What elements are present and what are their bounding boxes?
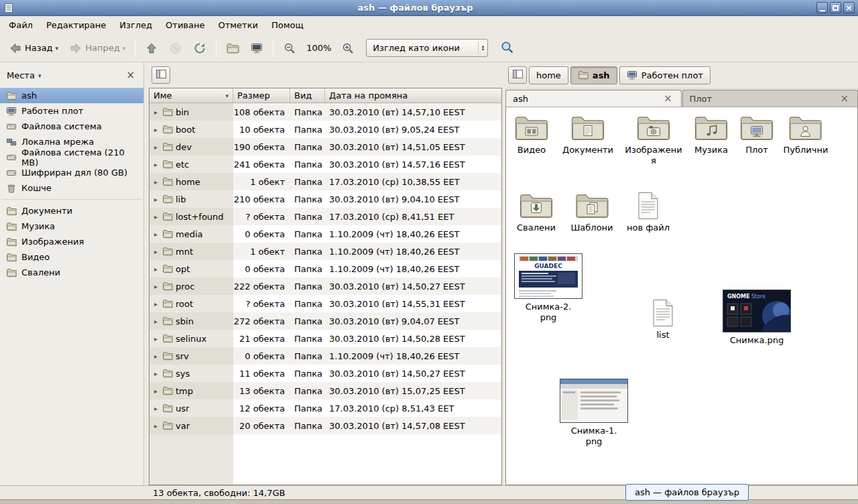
reload-button[interactable] bbox=[188, 38, 211, 58]
minimize-button[interactable] bbox=[816, 2, 828, 13]
tree-row[interactable]: ▸sys11 обектаПапка30.03.2010 (вт) 14,50,… bbox=[149, 365, 501, 382]
tree-pane-toggle-button[interactable] bbox=[151, 66, 170, 84]
zoom-out-button[interactable] bbox=[278, 38, 301, 58]
tree-row[interactable]: ▸root? обектаПапка30.03.2010 (вт) 14,55,… bbox=[149, 295, 501, 312]
sidebar-item-downloads[interactable]: Свалени bbox=[0, 265, 143, 280]
tab-close-icon[interactable]: × bbox=[838, 92, 851, 105]
expander-icon[interactable]: ▸ bbox=[152, 387, 160, 395]
sidebar-item-video[interactable]: Видео bbox=[0, 249, 143, 265]
path-button-desktop[interactable]: Работен плот bbox=[619, 66, 711, 84]
tree-row[interactable]: ▸sbin272 обектаПапка30.03.2010 (вт) 9,04… bbox=[149, 312, 501, 330]
forward-button[interactable]: Напред ▾ bbox=[64, 38, 130, 58]
menu-item-2[interactable]: Изглед bbox=[113, 17, 159, 33]
icon-view-item-snimka[interactable]: GNOMEStoreСнимка.png bbox=[720, 290, 794, 346]
icon-view-item-music[interactable]: Музика bbox=[694, 114, 729, 155]
tab-close-icon[interactable]: × bbox=[662, 92, 674, 105]
tree-row[interactable]: ▸opt0 обектаПапка1.10.2009 (чт) 18,40,26… bbox=[149, 260, 501, 277]
menu-item-3[interactable]: Отиване bbox=[159, 17, 211, 33]
tree-row[interactable]: ▸tmp13 обектаПапка30.03.2010 (вт) 15,07,… bbox=[149, 382, 501, 399]
icon-view-item-desktop[interactable]: Плот bbox=[739, 114, 774, 155]
maximize-button[interactable] bbox=[830, 2, 841, 13]
zoom-in-button[interactable] bbox=[336, 38, 359, 58]
up-button[interactable] bbox=[140, 38, 163, 58]
tree-row[interactable]: ▸bin108 обектаПапка30.03.2010 (вт) 14,57… bbox=[149, 103, 501, 121]
expander-icon[interactable]: ▸ bbox=[152, 178, 160, 186]
places-selector[interactable]: Места ▾ bbox=[7, 70, 41, 80]
tree-row[interactable]: ▸dev190 обектаПапка30.03.2010 (вт) 14,51… bbox=[149, 138, 501, 155]
search-button[interactable] bbox=[497, 38, 517, 59]
tree-row[interactable]: ▸usr12 обектаПапка17.03.2010 (ср) 8,51,4… bbox=[149, 399, 501, 417]
column-header-date[interactable]: Дата на промяна bbox=[325, 88, 501, 103]
path-button-ash[interactable]: ash bbox=[570, 66, 617, 84]
icon-view-item-snimka-1[interactable]: Снимка-1.png bbox=[560, 379, 628, 446]
expander-icon[interactable]: ▸ bbox=[152, 335, 160, 342]
tab-ash[interactable]: ash× bbox=[505, 90, 682, 107]
expander-icon[interactable]: ▸ bbox=[152, 422, 160, 430]
stop-button[interactable] bbox=[164, 38, 187, 58]
expander-icon[interactable]: ▸ bbox=[152, 109, 160, 116]
column-header-type[interactable]: Вид bbox=[290, 88, 325, 103]
expander-icon[interactable]: ▸ bbox=[152, 126, 160, 133]
icon-view-item-documents[interactable]: Документи bbox=[562, 114, 613, 155]
tree-row[interactable]: ▸lost+found? обектаПапка17.03.2010 (ср) … bbox=[149, 208, 501, 225]
tree-row[interactable]: ▸etc241 обектаПапка30.03.2010 (вт) 14,57… bbox=[149, 155, 501, 173]
pathbar-pane-button[interactable] bbox=[508, 66, 527, 84]
icon-view-item-public[interactable]: Публични bbox=[784, 114, 829, 155]
tree-row[interactable]: ▸selinux21 обектаПапка30.03.2010 (вт) 14… bbox=[149, 330, 501, 347]
menu-item-0[interactable]: Файл bbox=[2, 17, 40, 33]
expander-icon[interactable]: ▸ bbox=[152, 161, 160, 168]
tree-row[interactable]: ▸boot10 обектаПапка30.03.2010 (вт) 9,05,… bbox=[149, 121, 501, 138]
column-header-name[interactable]: Име▾ bbox=[149, 88, 233, 103]
sidebar-item-pictures[interactable]: Изображения bbox=[0, 234, 143, 249]
tab-plot[interactable]: Плот× bbox=[682, 90, 858, 107]
icon-view-item-snimka-2[interactable]: GUADECСнимка-2.png bbox=[514, 253, 583, 322]
icon-view-area[interactable]: ВидеоДокументиИзображенияМузикаПлотПубли… bbox=[505, 107, 858, 485]
expander-icon[interactable]: ▸ bbox=[152, 265, 160, 273]
icon-view-item-pictures[interactable]: Изображения bbox=[625, 114, 682, 166]
tree-row[interactable]: ▸srv0 обектаПапка1.10.2009 (чт) 18,40,26… bbox=[149, 347, 501, 365]
home-button[interactable] bbox=[221, 38, 244, 58]
view-mode-select[interactable]: Изглед като икони ▴▾ bbox=[366, 39, 488, 57]
taskbar-window-button[interactable]: ash — файлов браузър bbox=[625, 484, 749, 501]
expander-icon[interactable]: ▸ bbox=[152, 300, 160, 308]
expander-icon[interactable]: ▸ bbox=[152, 213, 160, 220]
expander-icon[interactable]: ▸ bbox=[152, 405, 160, 412]
tree-row[interactable]: ▸proc222 обектаПапка30.03.2010 (вт) 14,5… bbox=[149, 277, 501, 295]
sidebar-item-desktop[interactable]: Работен плот bbox=[0, 103, 143, 119]
path-button-home[interactable]: home bbox=[529, 66, 568, 84]
expander-icon[interactable]: ▸ bbox=[152, 283, 160, 290]
menu-item-1[interactable]: Редактиране bbox=[40, 17, 113, 33]
sidebar-close-icon[interactable]: × bbox=[123, 68, 138, 82]
sidebar-item-ash[interactable]: ash bbox=[0, 88, 143, 103]
tree-row[interactable]: ▸media0 обектаПапка1.10.2009 (чт) 18,40,… bbox=[149, 225, 501, 243]
menu-item-5[interactable]: Помощ bbox=[265, 17, 310, 33]
back-button[interactable]: Назад ▾ bbox=[4, 38, 63, 58]
close-button[interactable]: × bbox=[843, 2, 855, 13]
sidebar-item-filesystem[interactable]: Файлова система bbox=[0, 119, 143, 134]
column-header-size[interactable]: Размер bbox=[233, 88, 290, 103]
expander-icon[interactable]: ▸ bbox=[152, 231, 160, 238]
menu-item-4[interactable]: Отметки bbox=[211, 17, 264, 33]
expander-icon[interactable]: ▸ bbox=[152, 248, 160, 255]
tree-row[interactable]: ▸lib210 обектаПапка30.03.2010 (вт) 9,04,… bbox=[149, 190, 501, 208]
sidebar-item-music[interactable]: Музика bbox=[0, 218, 143, 234]
expander-icon[interactable]: ▸ bbox=[152, 143, 160, 151]
icon-view-item-templates[interactable]: Шаблони bbox=[570, 192, 613, 233]
computer-button[interactable] bbox=[245, 38, 268, 58]
sidebar-item-trash[interactable]: Кошче bbox=[0, 180, 143, 196]
pane-splitter[interactable] bbox=[144, 62, 149, 485]
titlebar[interactable]: ash — файлов браузър × bbox=[0, 0, 858, 16]
icon-view-item-new-file[interactable]: нов файл bbox=[627, 192, 670, 233]
sidebar-item-documents[interactable]: Документи bbox=[0, 203, 143, 218]
expander-icon[interactable]: ▸ bbox=[152, 353, 160, 360]
tree-row[interactable]: ▸mnt1 обектПапка1.10.2009 (чт) 18,40,26 … bbox=[149, 243, 501, 260]
icon-view-item-list[interactable]: list bbox=[652, 299, 674, 340]
expander-icon[interactable]: ▸ bbox=[152, 318, 160, 325]
tree-row[interactable]: ▸var20 обектаПапка30.03.2010 (вт) 14,57,… bbox=[149, 417, 501, 434]
sidebar-item-filesystem-210mb[interactable]: Файлова система (210 MB) bbox=[0, 149, 143, 165]
sidebar-item-encrypted-volume[interactable]: Шифриран дял (80 GB) bbox=[0, 165, 143, 180]
expander-icon[interactable]: ▸ bbox=[152, 370, 160, 377]
icon-view-item-video[interactable]: Видео bbox=[514, 114, 549, 155]
expander-icon[interactable]: ▸ bbox=[152, 196, 160, 203]
tree-row[interactable]: ▸home1 обектПапка17.03.2010 (ср) 10,38,5… bbox=[149, 173, 501, 190]
